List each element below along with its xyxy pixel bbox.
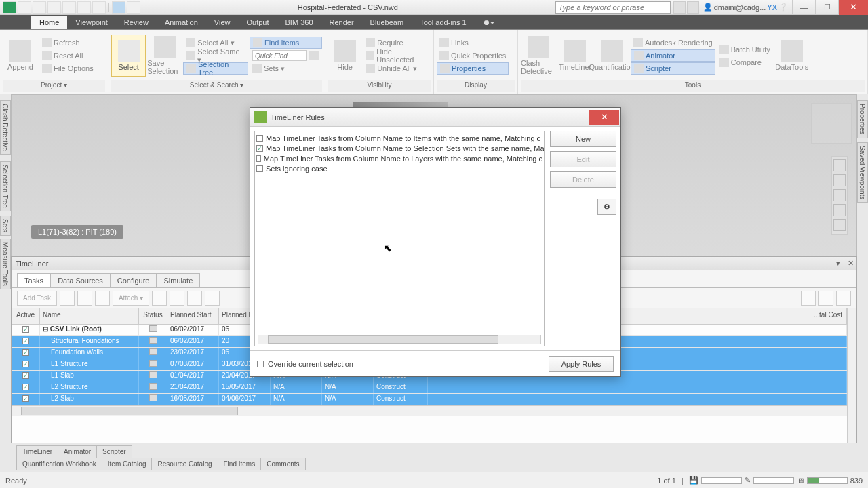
tl-add-task-button[interactable]: Add Task <box>17 291 57 306</box>
favorites-icon[interactable] <box>687 1 699 14</box>
ribbon-tab-home[interactable]: Home <box>31 16 67 29</box>
rules-option-icon[interactable]: ⚙ <box>597 199 616 215</box>
btab-scripter[interactable]: Scripter <box>96 445 132 458</box>
qat-open-icon[interactable] <box>18 1 31 14</box>
tl-tab-datasources[interactable]: Data Sources <box>50 273 111 287</box>
file-options-button[interactable]: File Options <box>39 62 96 75</box>
reset-all-button[interactable]: Reset All <box>39 49 96 62</box>
unhide-all-button[interactable]: Unhide All ▾ <box>363 62 431 75</box>
help-search-input[interactable] <box>555 1 671 14</box>
grid-vscroll[interactable] <box>847 308 856 443</box>
append-button[interactable]: Append <box>3 35 38 77</box>
col-name[interactable]: Name <box>40 308 139 324</box>
side-tab-sets[interactable]: Sets <box>0 216 11 236</box>
side-tab-selection-tree[interactable]: Selection Tree <box>0 161 11 211</box>
grid-hscroll[interactable] <box>12 405 847 416</box>
nav-zoom-icon[interactable] <box>833 174 846 186</box>
table-row[interactable]: L2 Structure21/04/201715/05/2017N/AN/ACo… <box>12 382 847 394</box>
qat-redo-icon[interactable] <box>92 1 106 14</box>
ribbon-tab-view[interactable]: View <box>206 16 239 29</box>
hide-unselected-button[interactable]: Hide Unselected <box>363 49 431 62</box>
hide-button[interactable]: Hide <box>328 35 361 77</box>
rendering-button[interactable]: Autodesk Rendering <box>631 37 715 49</box>
btab-quant[interactable]: Quantification Workbook <box>16 458 102 470</box>
ribbon-tab-bim360[interactable]: BIM 360 <box>277 16 321 29</box>
tl-tool-btn[interactable] <box>836 291 851 306</box>
timeliner-close-icon[interactable]: ✕ <box>844 259 856 268</box>
override-checkbox[interactable] <box>257 361 264 367</box>
btab-timeliner[interactable]: TimeLiner <box>16 445 58 458</box>
rule-item[interactable]: Map TimeLiner Tasks from Column Name to … <box>256 153 542 163</box>
btab-animator[interactable]: Animator <box>58 445 97 458</box>
tl-tool-btn[interactable] <box>152 291 167 306</box>
qat-pointer-icon[interactable] <box>112 1 125 14</box>
ribbon-tab-bluebeam[interactable]: Bluebeam <box>362 16 412 29</box>
side-tab-clash[interactable]: Clash Detective <box>0 100 11 155</box>
rule-item[interactable]: Map TimeLiner Tasks from Column Name to … <box>256 133 542 143</box>
app-icon[interactable] <box>3 1 16 14</box>
tl-tool-btn[interactable] <box>170 291 184 306</box>
qat-print-icon[interactable] <box>47 1 61 14</box>
side-tab-properties[interactable]: Properties <box>857 100 868 138</box>
col-active[interactable]: Active <box>12 308 40 324</box>
side-tab-saved-viewpoints[interactable]: Saved Viewpoints <box>857 142 868 203</box>
tl-tool-btn[interactable] <box>95 291 110 306</box>
panel-label-project[interactable]: Project ▾ <box>3 80 105 92</box>
rules-list[interactable]: Map TimeLiner Tasks from Column Name to … <box>254 131 545 346</box>
nav-look-icon[interactable] <box>833 204 846 216</box>
dialog-close-button[interactable]: ✕ <box>589 110 619 125</box>
select-button[interactable]: Select <box>111 35 146 77</box>
tl-tab-simulate[interactable]: Simulate <box>156 273 200 287</box>
table-row[interactable]: L2 Slab16/05/201704/06/2017N/AN/AConstru… <box>12 394 847 405</box>
tl-tool-btn[interactable] <box>77 291 92 306</box>
rule-checkbox[interactable] <box>256 165 263 172</box>
tl-tab-configure[interactable]: Configure <box>110 273 157 287</box>
col-status[interactable]: Status <box>139 308 167 324</box>
infocenter-icon[interactable] <box>673 1 686 14</box>
ribbon-tab-addins[interactable]: Tool add-ins 1 <box>412 16 475 29</box>
tl-tool-btn[interactable] <box>187 291 202 306</box>
find-items-button[interactable]: Find Items <box>250 37 322 49</box>
tl-tab-tasks[interactable]: Tasks <box>17 273 51 287</box>
tl-tool-btn[interactable] <box>205 291 220 306</box>
sets-button[interactable]: Sets ▾ <box>250 62 322 75</box>
quick-properties-button[interactable]: Quick Properties <box>437 49 509 62</box>
tl-tool-btn[interactable] <box>818 291 833 306</box>
links-button[interactable]: Links <box>437 37 509 49</box>
panel-label-select-search[interactable]: Select & Search ▾ <box>111 80 322 92</box>
maximize-button[interactable]: ☐ <box>815 0 838 15</box>
rules-hscroll[interactable] <box>258 335 541 344</box>
ribbon-tab-review[interactable]: Review <box>116 16 157 29</box>
timeliner-button[interactable]: TimeLiner <box>557 35 593 77</box>
ribbon-tab-rec[interactable]: ⏺▾ <box>475 16 502 29</box>
btab-item-catalog[interactable]: Item Catalog <box>102 458 153 470</box>
refresh-button[interactable]: Refresh <box>39 37 96 49</box>
ribbon-tab-viewpoint[interactable]: Viewpoint <box>67 16 116 29</box>
save-selection-button[interactable]: Save Selection <box>147 35 182 77</box>
compare-button[interactable]: Compare <box>717 56 773 68</box>
rule-item[interactable]: Sets ignoring case <box>256 163 542 174</box>
nav-pan-icon[interactable] <box>833 159 846 171</box>
btab-resource-catalog[interactable]: Resource Catalog <box>151 458 218 470</box>
apply-rules-button[interactable]: Apply Rules <box>549 356 614 372</box>
side-tab-measure[interactable]: Measure Tools <box>0 239 11 289</box>
view-cube[interactable] <box>811 103 852 144</box>
dialog-titlebar[interactable]: TimeLiner Rules ✕ <box>250 108 620 127</box>
qat-undo-icon[interactable] <box>77 1 91 14</box>
rule-checkbox[interactable] <box>256 155 261 162</box>
btab-find-items[interactable]: Find Items <box>218 458 262 470</box>
close-button[interactable]: ✕ <box>838 0 868 15</box>
ribbon-tab-render[interactable]: Render <box>321 16 362 29</box>
datatools-button[interactable]: DataTools <box>774 35 810 77</box>
tl-attach-button[interactable]: Attach ▾ <box>113 291 149 306</box>
rule-checkbox[interactable] <box>256 145 263 152</box>
rule-item[interactable]: Map TimeLiner Tasks from Column Name to … <box>256 143 542 153</box>
selection-tree-button[interactable]: Selection Tree <box>183 62 248 75</box>
quick-find-input[interactable] <box>252 50 307 61</box>
qat-save-icon[interactable] <box>33 1 46 14</box>
animator-button[interactable]: Animator <box>631 49 715 62</box>
qat-dropdown-icon[interactable] <box>127 1 140 14</box>
nav-orbit-icon[interactable] <box>833 189 846 201</box>
ribbon-tab-animation[interactable]: Animation <box>157 16 206 29</box>
col-planned-start[interactable]: Planned Start <box>167 308 219 324</box>
